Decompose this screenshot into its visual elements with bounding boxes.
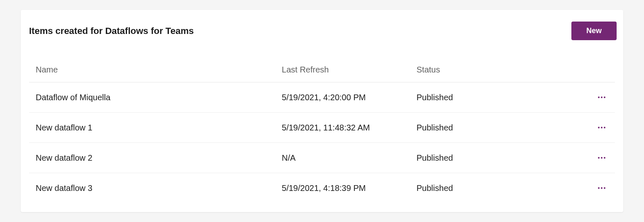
cell-actions	[556, 143, 615, 173]
cell-status: Published	[410, 143, 556, 173]
table-row[interactable]: New dataflow 2N/APublished	[29, 143, 615, 173]
new-button[interactable]: New	[571, 22, 617, 40]
page-title: Items created for Dataflows for Teams	[29, 26, 194, 36]
more-horizontal-icon	[598, 187, 605, 189]
column-header-status[interactable]: Status	[410, 58, 556, 82]
card-header: Items created for Dataflows for Teams Ne…	[27, 20, 617, 58]
cell-status: Published	[410, 82, 556, 113]
row-actions-button[interactable]	[595, 121, 608, 134]
cell-status: Published	[410, 173, 556, 203]
table-row[interactable]: Dataflow of Miquella5/19/2021, 4:20:00 P…	[29, 82, 615, 113]
row-actions-button[interactable]	[595, 91, 608, 104]
dataflows-table: Name Last Refresh Status Dataflow of Miq…	[29, 58, 615, 203]
cell-last-refresh: N/A	[275, 143, 410, 173]
column-header-actions	[556, 58, 615, 82]
cell-last-refresh: 5/19/2021, 4:18:39 PM	[275, 173, 410, 203]
dataflows-card: Items created for Dataflows for Teams Ne…	[21, 10, 623, 212]
cell-name: New dataflow 1	[29, 113, 275, 143]
table-header-row: Name Last Refresh Status	[29, 58, 615, 82]
cell-status: Published	[410, 113, 556, 143]
row-actions-button[interactable]	[595, 181, 608, 195]
cell-name: New dataflow 3	[29, 173, 275, 203]
dataflows-table-wrap: Name Last Refresh Status Dataflow of Miq…	[27, 58, 617, 203]
table-row[interactable]: New dataflow 15/19/2021, 11:48:32 AMPubl…	[29, 113, 615, 143]
column-header-name[interactable]: Name	[29, 58, 275, 82]
cell-actions	[556, 173, 615, 203]
more-horizontal-icon	[598, 97, 605, 98]
cell-name: Dataflow of Miquella	[29, 82, 275, 113]
table-row[interactable]: New dataflow 35/19/2021, 4:18:39 PMPubli…	[29, 173, 615, 203]
cell-actions	[556, 82, 615, 113]
row-actions-button[interactable]	[595, 151, 608, 164]
cell-actions	[556, 113, 615, 143]
more-horizontal-icon	[598, 157, 605, 159]
more-horizontal-icon	[598, 127, 605, 128]
column-header-last-refresh[interactable]: Last Refresh	[275, 58, 410, 82]
cell-last-refresh: 5/19/2021, 4:20:00 PM	[275, 82, 410, 113]
cell-name: New dataflow 2	[29, 143, 275, 173]
cell-last-refresh: 5/19/2021, 11:48:32 AM	[275, 113, 410, 143]
